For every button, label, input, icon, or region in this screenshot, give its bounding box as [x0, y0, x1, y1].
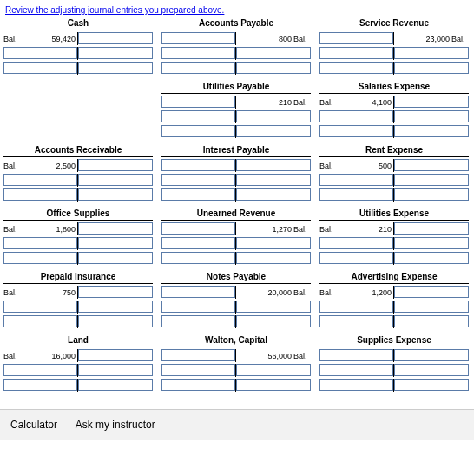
debit-input[interactable]: [319, 349, 393, 361]
debit-input[interactable]: [161, 32, 235, 44]
calculator-button[interactable]: Calculator: [10, 419, 57, 431]
credit-input[interactable]: [78, 47, 153, 59]
account-accounts-payable: Accounts Payable800Bal.: [161, 18, 311, 76]
credit-input[interactable]: [78, 237, 153, 249]
debit-input[interactable]: [161, 237, 235, 249]
credit-input[interactable]: [236, 110, 311, 122]
debit-input[interactable]: [319, 125, 393, 137]
credit-input[interactable]: [394, 47, 469, 59]
credit-label: Bal.: [292, 96, 311, 109]
credit-input[interactable]: [78, 174, 153, 186]
debit-input[interactable]: [319, 379, 393, 391]
credit-input[interactable]: [78, 159, 153, 171]
debit-input[interactable]: [161, 364, 235, 376]
credit-input[interactable]: [394, 222, 469, 235]
t-account-row: [319, 188, 469, 202]
credit-input[interactable]: [236, 159, 311, 171]
credit-input[interactable]: [236, 47, 311, 59]
debit-input[interactable]: [161, 222, 235, 235]
credit-input[interactable]: [78, 379, 153, 391]
credit-input[interactable]: [394, 379, 469, 391]
credit-input[interactable]: [236, 301, 311, 313]
credit-input[interactable]: [236, 379, 311, 391]
debit-input[interactable]: [161, 315, 235, 327]
credit-input[interactable]: [394, 110, 469, 122]
debit-input[interactable]: [319, 110, 393, 122]
credit-input[interactable]: [394, 125, 469, 137]
debit-input[interactable]: [3, 188, 77, 201]
debit-input[interactable]: [3, 379, 77, 391]
debit-input[interactable]: [161, 349, 235, 361]
ask-instructor-button[interactable]: Ask my instructor: [76, 419, 155, 431]
credit-input[interactable]: [236, 315, 311, 327]
debit-input[interactable]: [161, 252, 235, 264]
t-account-row: [161, 47, 311, 60]
credit-input[interactable]: [236, 237, 311, 249]
t-account-row: [161, 315, 311, 328]
credit-input[interactable]: [236, 174, 311, 186]
debit-input[interactable]: [161, 110, 235, 122]
credit-input[interactable]: [394, 159, 469, 171]
debit-input[interactable]: [3, 174, 77, 186]
credit-input[interactable]: [78, 62, 153, 74]
credit-input[interactable]: [78, 32, 153, 44]
credit-input[interactable]: [394, 349, 469, 361]
debit-input[interactable]: [319, 47, 393, 59]
debit-input[interactable]: [319, 188, 393, 201]
credit-input[interactable]: [78, 364, 153, 376]
debit-input[interactable]: [3, 301, 77, 313]
credit-input[interactable]: [78, 349, 153, 361]
debit-input[interactable]: [319, 252, 393, 264]
credit-input[interactable]: [78, 315, 153, 327]
credit-input[interactable]: [394, 188, 469, 201]
debit-input[interactable]: [319, 174, 393, 186]
debit-input[interactable]: [319, 62, 393, 74]
footer-bar: Calculator Ask my instructor: [0, 409, 474, 440]
debit-input[interactable]: [319, 237, 393, 249]
credit-input[interactable]: [78, 252, 153, 264]
debit-input[interactable]: [161, 286, 235, 298]
debit-input[interactable]: [161, 301, 235, 313]
debit-input[interactable]: [3, 252, 77, 264]
credit-input[interactable]: [78, 301, 153, 313]
debit-input[interactable]: [161, 188, 235, 201]
review-entries-link[interactable]: Review the adjusting journal entries you…: [0, 0, 224, 15]
credit-input[interactable]: [394, 174, 469, 186]
debit-input[interactable]: [3, 364, 77, 376]
debit-input[interactable]: [319, 32, 393, 44]
debit-input[interactable]: [161, 47, 235, 59]
t-account-row: 23,000Bal.: [319, 32, 469, 45]
credit-input[interactable]: [236, 125, 311, 137]
credit-input[interactable]: [394, 301, 469, 313]
debit-input[interactable]: [3, 47, 77, 59]
credit-input[interactable]: [394, 252, 469, 264]
credit-input[interactable]: [394, 96, 469, 108]
credit-input[interactable]: [394, 62, 469, 74]
debit-input[interactable]: [3, 237, 77, 249]
credit-input[interactable]: [394, 315, 469, 327]
credit-input[interactable]: [78, 188, 153, 201]
credit-input[interactable]: [394, 286, 469, 298]
credit-input[interactable]: [78, 222, 153, 235]
debit-input[interactable]: [3, 62, 77, 74]
debit-input[interactable]: [161, 379, 235, 391]
debit-input[interactable]: [161, 159, 235, 171]
credit-input[interactable]: [78, 286, 153, 298]
credit-input[interactable]: [394, 237, 469, 249]
account-rent-expense: Rent ExpenseBal.500: [319, 145, 469, 203]
debit-input[interactable]: [161, 174, 235, 186]
credit-input[interactable]: [394, 364, 469, 376]
t-account-row: [319, 125, 469, 138]
credit-input[interactable]: [236, 188, 311, 201]
debit-input[interactable]: [161, 62, 235, 74]
debit-input[interactable]: [319, 301, 393, 313]
debit-input[interactable]: [161, 96, 235, 108]
credit-input[interactable]: [236, 62, 311, 74]
t-account-row: [161, 252, 311, 265]
debit-input[interactable]: [319, 315, 393, 327]
credit-input[interactable]: [236, 252, 311, 264]
debit-input[interactable]: [319, 364, 393, 376]
credit-input[interactable]: [236, 364, 311, 376]
debit-input[interactable]: [161, 125, 235, 137]
debit-input[interactable]: [3, 315, 77, 327]
